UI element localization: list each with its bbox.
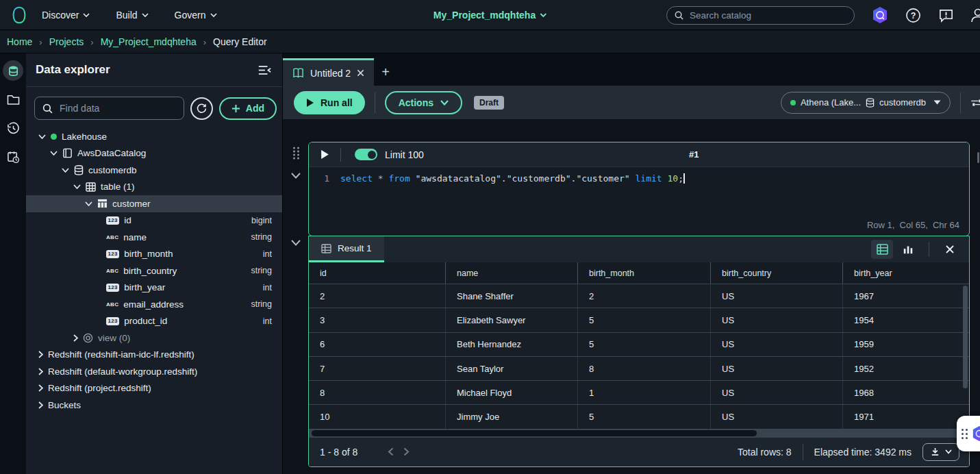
play-icon	[306, 98, 314, 108]
table-row[interactable]: 6Beth Hernandez5US1959	[309, 333, 969, 357]
database-icon	[866, 98, 875, 108]
tab-untitled-2[interactable]: Untitled 2	[283, 58, 374, 86]
tree-item-label: view (0)	[98, 333, 130, 343]
table-row[interactable]: 10Jimmy Joe5US1971	[309, 405, 969, 429]
tree-item[interactable]: 123product_idint	[26, 313, 282, 330]
run-all-button[interactable]: Run all	[294, 91, 365, 114]
toolbar-divider	[375, 92, 375, 113]
edge-scrollbar[interactable]	[977, 152, 979, 163]
previous-page-button[interactable]	[388, 447, 394, 456]
line-number: 1	[309, 173, 340, 220]
table-cell: 1968	[843, 381, 969, 404]
cell-drag-handle[interactable]	[292, 147, 300, 160]
tree-item[interactable]: 123idbigint	[26, 212, 282, 229]
rail-scheduled-queries-button[interactable]	[0, 145, 26, 169]
tree-item[interactable]: customer	[26, 195, 282, 212]
user-profile-button[interactable]	[969, 6, 980, 24]
tree-item[interactable]: 123birth_monthint	[26, 246, 282, 263]
collapse-results-icon[interactable]	[291, 240, 301, 246]
row-range-label: 1 - 8 of 8	[320, 447, 357, 458]
new-tab-button[interactable]: +	[374, 58, 397, 86]
tree-item[interactable]: Redshift (project.redshift)	[26, 380, 282, 397]
tree-item[interactable]: Lakehouse	[26, 128, 282, 145]
table-cell: 10	[309, 405, 446, 428]
close-results-button[interactable]	[939, 240, 961, 259]
tree-item[interactable]: 123birth_yearint	[26, 279, 282, 297]
tree-item-label: id	[124, 215, 131, 225]
breadcrumb-separator: ›	[39, 37, 42, 47]
collapse-cell-icon[interactable]	[291, 173, 301, 179]
result-tab-label: Result 1	[338, 243, 372, 253]
rail-query-history-button[interactable]	[0, 116, 26, 140]
table-row[interactable]: 8Michael Floyd1US1968	[309, 381, 969, 405]
project-selector[interactable]: My_Project_mdqhteha	[434, 10, 546, 21]
results-table-body: 2Shane Shaffer2US19673Elizabeth Sawyer5U…	[309, 284, 969, 429]
tree-item[interactable]: Buckets	[26, 397, 282, 414]
nav-govern-label: Govern	[175, 10, 206, 21]
column-header[interactable]: birth_year	[843, 262, 969, 284]
tree-item[interactable]: customerdb	[26, 162, 282, 179]
table-cell: 6	[309, 333, 446, 356]
chart-view-button[interactable]	[897, 240, 919, 259]
actions-label: Actions	[399, 97, 434, 108]
drag-handle-icon[interactable]	[962, 429, 968, 439]
limit-toggle[interactable]	[355, 149, 377, 160]
horizontal-scrollbar[interactable]	[309, 429, 969, 438]
nav-discover[interactable]: Discover	[42, 10, 90, 21]
caret-down-icon	[933, 100, 941, 105]
vertical-scrollbar[interactable]	[963, 286, 968, 388]
actions-button[interactable]: Actions	[385, 91, 462, 114]
breadcrumb-home[interactable]: Home	[7, 36, 32, 47]
tab-result-1[interactable]: Result 1	[309, 236, 384, 262]
sql-code-editor[interactable]: 1 select * from "awsdatacatalog"."custom…	[309, 167, 969, 220]
tree-item[interactable]: Redshift (default-workgroup.redshift)	[26, 363, 282, 380]
project-selector-label: My_Project_mdqhteha	[434, 10, 536, 21]
sagemaker-logo-icon[interactable]	[9, 5, 29, 25]
numeric-type-icon: 123	[106, 284, 119, 292]
amazon-q-float-button[interactable]	[957, 416, 980, 451]
tree-item[interactable]: Redshift (redshift-iam-idc-lf.redshift)	[26, 347, 282, 364]
column-header[interactable]: birth_month	[578, 262, 711, 284]
tree-item[interactable]: AwsDataCatalog	[26, 145, 282, 162]
run-cell-button[interactable]	[309, 149, 340, 160]
column-header[interactable]: birth_country	[711, 262, 843, 284]
data-tree: LakehouseAwsDataCatalogcustomerdbtable (…	[26, 128, 282, 414]
column-header[interactable]: name	[446, 262, 578, 284]
refresh-button[interactable]	[190, 97, 213, 120]
breadcrumb-projects[interactable]: Projects	[49, 36, 84, 47]
nav-govern[interactable]: Govern	[175, 10, 217, 21]
nav-build[interactable]: Build	[116, 10, 148, 21]
breadcrumb-project-name[interactable]: My_Project_mdqhteha	[101, 36, 197, 47]
help-button[interactable]: ?	[904, 6, 922, 24]
connection-selector[interactable]: Athena (Lake... customerdb	[781, 92, 951, 114]
table-row[interactable]: 3Elizabeth Sawyer5US1954	[309, 308, 969, 332]
tree-item-label: email_address	[123, 299, 184, 310]
tree-item[interactable]: ABCbirth_countrystring	[26, 262, 282, 279]
next-page-button[interactable]	[403, 447, 410, 456]
tree-item[interactable]: view (0)	[26, 329, 282, 347]
tree-item[interactable]: ABCemail_addressstring	[26, 296, 282, 313]
column-header[interactable]: id	[309, 262, 446, 284]
text-cursor	[683, 173, 685, 184]
panel-title: Data explorer	[36, 63, 110, 77]
search-input[interactable]	[690, 10, 827, 21]
close-tab-icon[interactable]	[357, 69, 364, 77]
table-row[interactable]: 2Shane Shaffer2US1967	[309, 284, 969, 308]
rail-files-button[interactable]	[0, 88, 26, 111]
tree-item[interactable]: ABCnamestring	[26, 229, 282, 246]
collapse-panel-icon[interactable]	[257, 65, 271, 75]
rail-data-explorer-button[interactable]	[0, 59, 26, 82]
table-row[interactable]: 7Sean Taylor8US1952	[309, 357, 969, 381]
text-type-icon: ABC	[106, 301, 118, 308]
table-cell: 1954	[843, 308, 969, 332]
add-data-button[interactable]: Add	[219, 97, 277, 120]
settings-sliders-icon[interactable]	[970, 95, 980, 110]
download-results-button[interactable]	[922, 443, 959, 461]
limit-toggle-label: Limit 100	[385, 149, 424, 160]
amazon-q-button[interactable]	[871, 6, 889, 24]
table-view-button[interactable]	[871, 240, 893, 259]
notebook-icon	[292, 68, 304, 78]
tree-item[interactable]: table (1)	[26, 179, 282, 196]
find-data-input[interactable]	[60, 103, 149, 114]
feedback-button[interactable]	[937, 6, 955, 24]
